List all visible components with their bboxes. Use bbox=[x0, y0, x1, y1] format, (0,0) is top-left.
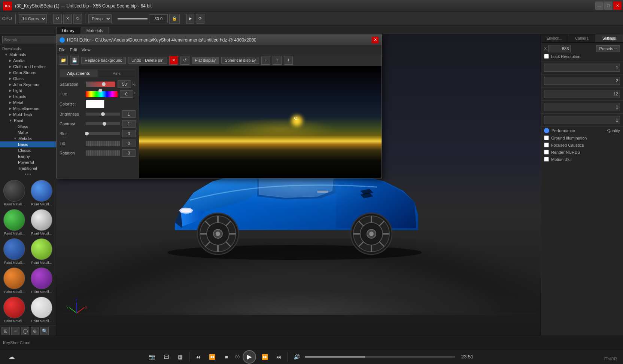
tree-traditional[interactable]: Traditional bbox=[0, 165, 56, 171]
playbar-progress[interactable] bbox=[305, 356, 455, 358]
panel-value-5[interactable] bbox=[544, 116, 620, 124]
panel-tab-settings[interactable]: Settings bbox=[596, 34, 623, 42]
material-item-red[interactable]: Paint Metall... bbox=[1, 296, 27, 324]
hdri-replace-bg-button[interactable]: Replace background bbox=[81, 57, 126, 64]
render-queue-button[interactable]: ▦ bbox=[175, 351, 186, 363]
add-button[interactable]: ◯ bbox=[21, 327, 29, 335]
render-nurbs-checkbox[interactable] bbox=[544, 150, 549, 155]
hdri-menu-edit[interactable]: Edit bbox=[70, 48, 77, 52]
rotation-input[interactable]: 0 bbox=[122, 149, 136, 157]
grid-view-button[interactable]: ⊞ bbox=[1, 327, 10, 335]
tilt-slider[interactable] bbox=[86, 141, 120, 146]
tree-gems[interactable]: ▶Gem Stones bbox=[4, 70, 56, 76]
tree-light[interactable]: ▶Light bbox=[4, 88, 56, 94]
stop-button[interactable]: ✕ bbox=[63, 14, 72, 24]
tree-axalta[interactable]: ▶Axalta bbox=[4, 58, 56, 64]
ground-illumination-checkbox[interactable] bbox=[544, 135, 549, 140]
hdri-tab-pins[interactable]: Pins bbox=[98, 69, 136, 77]
tab-library[interactable]: Library bbox=[56, 27, 80, 34]
contrast-input[interactable]: 1 bbox=[122, 120, 136, 128]
frame-button[interactable]: 🎞 bbox=[161, 351, 172, 363]
tree-classic[interactable]: Classic bbox=[0, 147, 56, 153]
material-item-green[interactable]: Paint Metall... bbox=[1, 208, 27, 236]
tree-basic[interactable]: Basic bbox=[0, 141, 56, 147]
hdri-menu-file[interactable]: File bbox=[59, 48, 66, 52]
step-back-button[interactable]: ⏪ bbox=[207, 351, 218, 363]
close-button[interactable]: ✕ bbox=[613, 1, 622, 10]
audio-button[interactable]: 🔊 bbox=[291, 351, 302, 363]
hdri-close-button[interactable]: ✕ bbox=[372, 37, 379, 43]
search-bottom-button[interactable]: 🔍 bbox=[40, 327, 49, 335]
hdri-refresh-icon[interactable]: ↺ bbox=[180, 56, 189, 65]
tree-matte[interactable]: ▶Matte bbox=[9, 129, 56, 135]
material-item-purple[interactable]: Paint Metall... bbox=[29, 267, 55, 294]
panel-tab-camera[interactable]: Camera bbox=[568, 34, 596, 42]
saturation-input[interactable]: 50 bbox=[118, 80, 131, 88]
stop-playback-button[interactable]: ■ bbox=[221, 351, 232, 363]
tree-moldtech[interactable]: ▶Mold-Tech bbox=[4, 111, 56, 117]
blur-input[interactable]: 0 bbox=[122, 130, 136, 137]
panel-value-1[interactable] bbox=[544, 64, 620, 72]
tree-metallic[interactable]: ▼Metallic bbox=[9, 135, 56, 141]
panel-value-2[interactable] bbox=[544, 77, 620, 85]
panel-value-4[interactable] bbox=[544, 103, 620, 111]
cloud-button[interactable]: ☁ bbox=[6, 351, 17, 363]
material-item-white[interactable]: Paint Metall... bbox=[29, 296, 55, 324]
panel-x-input[interactable]: 883 bbox=[548, 45, 571, 52]
panel-samples-input[interactable] bbox=[544, 90, 620, 98]
hdri-flat-display-button[interactable]: Flat display bbox=[192, 57, 219, 64]
material-item-lime[interactable]: Paint Metall... bbox=[29, 238, 55, 265]
tree-cloth[interactable]: ▶Cloth and Leather bbox=[4, 64, 56, 70]
hdri-add-2-icon[interactable]: + bbox=[273, 56, 282, 65]
tilt-input[interactable]: 0 bbox=[122, 140, 136, 147]
material-item-silver[interactable]: Paint Metall... bbox=[29, 208, 55, 236]
hue-input[interactable]: 0 bbox=[120, 90, 133, 98]
lock-resolution-checkbox[interactable] bbox=[544, 54, 549, 59]
pin-button[interactable]: ⊕ bbox=[31, 327, 39, 335]
refresh-button[interactable]: ↺ bbox=[53, 14, 62, 24]
maximize-button[interactable]: □ bbox=[604, 1, 613, 10]
colorize-swatch[interactable] bbox=[86, 100, 104, 108]
tree-gloss[interactable]: ▶Gloss bbox=[9, 123, 56, 129]
tree-liquids[interactable]: ▶Liquids bbox=[4, 94, 56, 100]
camera-button[interactable]: 📷 bbox=[146, 351, 158, 363]
list-view-button[interactable]: ≡ bbox=[11, 327, 19, 335]
tree-powerful[interactable]: Powerful bbox=[0, 159, 56, 165]
material-item-dark[interactable]: Paint Metall... bbox=[1, 179, 27, 207]
fov-input[interactable]: 30.0 bbox=[149, 14, 168, 23]
brightness-input[interactable]: 1 bbox=[122, 110, 136, 118]
hdri-undo-button[interactable]: Undo - Delete pin bbox=[128, 57, 167, 64]
cores-select[interactable]: 14 Cores bbox=[19, 14, 47, 23]
prev-frame-button[interactable]: ⏮ bbox=[192, 351, 204, 363]
presets-button[interactable]: Presets... bbox=[596, 45, 620, 52]
tab-materials[interactable]: Materials bbox=[81, 27, 109, 34]
tree-paint[interactable]: ▼Paint bbox=[4, 117, 56, 123]
lock-button[interactable]: 🔒 bbox=[169, 14, 180, 24]
tree-materials-root[interactable]: ▼Materials bbox=[0, 52, 56, 58]
tree-earthy[interactable]: Earthy bbox=[0, 153, 56, 159]
saturation-slider[interactable] bbox=[86, 82, 115, 87]
minimize-button[interactable]: — bbox=[595, 1, 604, 10]
hdri-spherical-display-button[interactable]: Spherical display bbox=[221, 57, 259, 64]
panel-tab-environment[interactable]: Environ... bbox=[541, 34, 568, 42]
fov-slider[interactable] bbox=[118, 18, 148, 19]
material-item-orange[interactable]: Paint Metall... bbox=[1, 267, 27, 294]
hdri-open-button[interactable]: 📁 bbox=[59, 56, 68, 65]
motion-blur-checkbox[interactable] bbox=[544, 157, 549, 162]
render-button[interactable]: ⟳ bbox=[196, 14, 204, 24]
step-forward-button[interactable]: ⏩ bbox=[259, 351, 270, 363]
rotation-slider[interactable] bbox=[86, 150, 120, 156]
focused-caustics-checkbox[interactable] bbox=[544, 143, 549, 147]
next-frame-button[interactable]: ⏭ bbox=[273, 351, 285, 363]
brightness-slider[interactable] bbox=[86, 113, 120, 116]
hdri-delete-icon[interactable]: ✕ bbox=[169, 56, 178, 65]
hdri-add-1-icon[interactable]: + bbox=[261, 56, 270, 65]
hdri-tab-adjustments[interactable]: Adjustments bbox=[60, 69, 98, 77]
animate-button[interactable]: ▶ bbox=[186, 14, 194, 24]
tree-misc[interactable]: ▶Miscellaneous bbox=[4, 105, 56, 111]
tree-metal[interactable]: ▶Metal bbox=[4, 100, 56, 105]
hdri-add-3-icon[interactable]: + bbox=[284, 56, 293, 65]
material-item-blue2[interactable]: Paint Metall... bbox=[1, 238, 27, 265]
play-button[interactable]: ▶ bbox=[243, 350, 256, 364]
search-input[interactable] bbox=[2, 36, 56, 43]
